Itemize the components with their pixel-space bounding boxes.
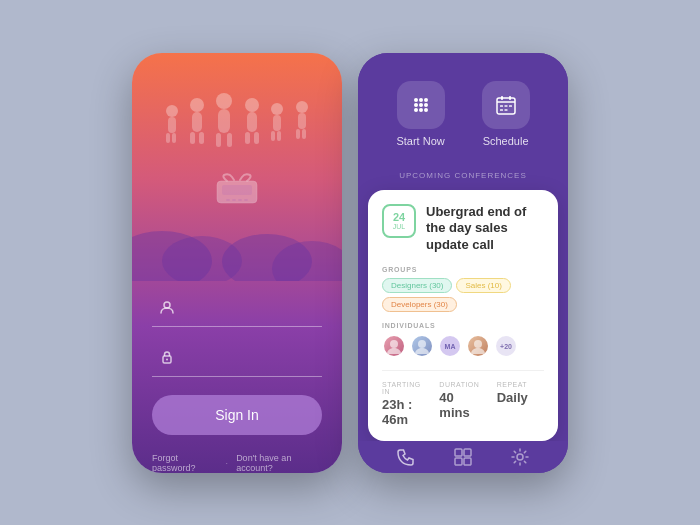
svg-point-35 [424, 98, 428, 102]
app-container: Sign In Forgot password? · Don't have an… [132, 53, 568, 473]
svg-point-33 [414, 98, 418, 102]
svg-rect-11 [227, 133, 232, 147]
conference-phone: Start Now Schedule [358, 53, 568, 473]
svg-rect-19 [277, 131, 281, 141]
repeat-stat: REPEAT Daily [497, 381, 544, 427]
retro-phone-icon [212, 173, 262, 209]
lock-icon [160, 350, 174, 367]
svg-rect-28 [238, 199, 242, 201]
date-abbreviation: JUL [393, 223, 405, 230]
svg-point-4 [190, 98, 204, 112]
forgot-password-link[interactable]: Forgot password? [152, 453, 218, 473]
svg-point-51 [418, 340, 426, 348]
svg-rect-55 [455, 458, 462, 465]
illustration-area [132, 53, 342, 281]
divider: · [226, 458, 229, 468]
user-icon [160, 300, 174, 317]
svg-point-40 [419, 108, 423, 112]
start-now-button[interactable]: Start Now [396, 81, 444, 147]
card-footer: STARTING IN 23h : 46m DURATION 40 mins R… [382, 370, 544, 427]
individuals-label: INDIVIDUALS [382, 322, 544, 329]
groups-label: GROUPS [382, 266, 544, 273]
forgot-links: Forgot password? · Don't have an account… [152, 453, 322, 473]
svg-point-30 [164, 302, 170, 308]
calendar-icon [482, 81, 530, 129]
upcoming-label: UPCOMING CONFERENCES [358, 163, 568, 190]
svg-point-57 [517, 454, 523, 460]
clouds [132, 226, 342, 281]
no-account-link[interactable]: Don't have an account? [236, 453, 322, 473]
svg-rect-44 [509, 96, 511, 100]
svg-rect-45 [500, 105, 503, 107]
svg-point-52 [474, 340, 482, 348]
svg-rect-26 [226, 199, 230, 201]
svg-rect-29 [244, 199, 248, 201]
svg-rect-6 [190, 132, 195, 144]
nav-settings-button[interactable] [510, 447, 530, 467]
conference-card: 24 JUL Ubergrad end of the day sales upd… [368, 190, 558, 442]
avatar-more: +20 [494, 334, 518, 358]
nav-phone-button[interactable] [396, 447, 416, 467]
date-number: 24 [393, 212, 405, 223]
conference-title: Ubergrad end of the day sales update cal… [426, 204, 544, 255]
username-field[interactable] [152, 291, 322, 327]
svg-rect-49 [504, 109, 507, 111]
starting-in-value: 23h : 46m [382, 397, 429, 427]
svg-point-50 [390, 340, 398, 348]
login-area: Sign In Forgot password? · Don't have an… [132, 291, 342, 473]
repeat-label: REPEAT [497, 381, 544, 388]
svg-point-41 [424, 108, 428, 112]
svg-rect-23 [302, 129, 306, 139]
starting-in-label: STARTING IN [382, 381, 429, 395]
svg-point-34 [419, 98, 423, 102]
password-field[interactable] [152, 341, 322, 377]
svg-rect-15 [254, 132, 259, 144]
svg-rect-48 [500, 109, 503, 111]
bottom-nav [358, 441, 568, 472]
svg-rect-22 [296, 129, 300, 139]
schedule-label: Schedule [483, 135, 529, 147]
svg-rect-54 [464, 449, 471, 456]
svg-rect-1 [168, 117, 176, 133]
svg-point-8 [216, 93, 232, 109]
avatar-initials: MA [438, 334, 462, 358]
svg-point-20 [296, 101, 308, 113]
card-header: 24 JUL Ubergrad end of the day sales upd… [382, 204, 544, 255]
svg-rect-3 [172, 133, 176, 143]
schedule-button[interactable]: Schedule [482, 81, 530, 147]
svg-rect-47 [509, 105, 512, 107]
individuals-list: MA +20 [382, 334, 544, 358]
svg-rect-14 [245, 132, 250, 144]
svg-rect-18 [271, 131, 275, 141]
avatar-4 [466, 334, 490, 358]
group-developers[interactable]: Developers (30) [382, 297, 457, 312]
svg-rect-25 [222, 185, 252, 195]
svg-rect-27 [232, 199, 236, 201]
group-sales[interactable]: Sales (10) [456, 278, 510, 293]
svg-point-32 [166, 358, 168, 360]
svg-point-16 [271, 103, 283, 115]
nav-grid-button[interactable] [453, 447, 473, 467]
sign-in-button[interactable]: Sign In [152, 395, 322, 435]
avatar-2 [410, 334, 434, 358]
svg-rect-21 [298, 113, 306, 129]
svg-rect-7 [199, 132, 204, 144]
duration-stat: DURATION 40 mins [439, 381, 486, 427]
svg-rect-5 [192, 112, 202, 132]
svg-rect-2 [166, 133, 170, 143]
svg-rect-56 [464, 458, 471, 465]
duration-value: 40 mins [439, 390, 486, 420]
top-actions: Start Now Schedule [358, 53, 568, 163]
people-illustration [152, 83, 322, 173]
svg-rect-9 [218, 109, 230, 133]
repeat-value: Daily [497, 390, 544, 405]
grid-dots-icon [397, 81, 445, 129]
svg-point-36 [414, 103, 418, 107]
starting-in-stat: STARTING IN 23h : 46m [382, 381, 429, 427]
start-now-label: Start Now [396, 135, 444, 147]
avatar-1 [382, 334, 406, 358]
svg-rect-17 [273, 115, 281, 131]
svg-point-0 [166, 105, 178, 117]
duration-label: DURATION [439, 381, 486, 388]
group-designers[interactable]: Designers (30) [382, 278, 452, 293]
